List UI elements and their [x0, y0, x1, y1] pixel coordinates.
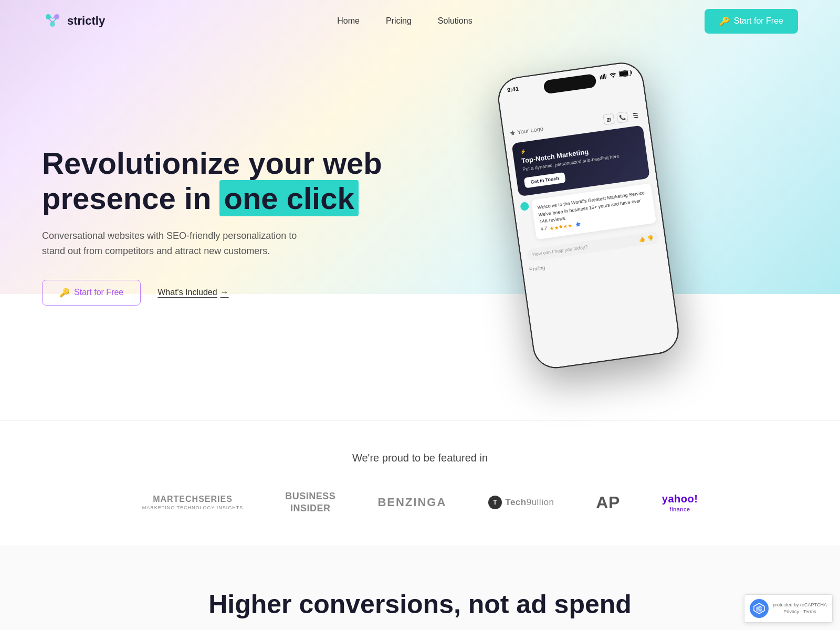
logo-techbullion: T Tech9ullion [488, 496, 554, 509]
phone-card-cta: Get in Touch [524, 172, 566, 188]
phone-logo: Your Logo [510, 125, 544, 136]
logos-row: MARTECHSERIES Marketing Technology Insig… [42, 490, 798, 515]
logo-yahoo-finance: yahoo! finance [662, 493, 698, 512]
hero-title: Revolutionize your web presence in one c… [42, 146, 383, 216]
techbullion-icon: T [488, 496, 502, 509]
svg-rect-3 [600, 76, 601, 79]
hero-section: Revolutionize your web presence in one c… [0, 42, 840, 420]
hero-whats-included-button[interactable]: What's Included → [158, 288, 228, 297]
conversions-title: Higher conversions, not ad spend [42, 589, 798, 620]
recaptcha-text: protected by reCAPTCHA Privacy - Terms [773, 602, 827, 615]
svg-text:rC: rC [756, 606, 762, 612]
phone-time: 9:41 [507, 85, 519, 93]
hero-buttons: 🔑 Start for Free What's Included → [42, 280, 383, 306]
svg-rect-6 [604, 74, 606, 79]
nav-cta-icon: 🔑 [719, 16, 730, 26]
svg-rect-7 [606, 74, 607, 78]
phone-mockup: 9:41 Your Logo [495, 60, 681, 372]
phone-rating-value: 4.7 [540, 225, 548, 233]
logo-icon [42, 10, 63, 32]
hero-subtitle: Conversational websites with SEO-friendl… [42, 228, 315, 259]
logo-link[interactable]: strictly [42, 10, 105, 32]
phone-header-icons: ⊞ 📞 ☰ [603, 110, 642, 125]
nav-pricing[interactable]: Pricing [386, 16, 412, 25]
recaptcha-badge: rC protected by reCAPTCHA Privacy - Term… [744, 594, 833, 623]
logo-business-insider: BUSINESSINSIDER [285, 490, 335, 515]
svg-point-2 [50, 22, 55, 27]
hero-left: Revolutionize your web presence in one c… [42, 146, 383, 306]
logo-martechseries: MARTECHSERIES Marketing Technology Insig… [142, 495, 244, 510]
nav-cta-label: Start for Free [734, 16, 783, 26]
logo-ap: AP [596, 493, 620, 512]
hero-start-label: Start for Free [74, 288, 123, 297]
nav-home[interactable]: Home [337, 16, 360, 25]
svg-point-1 [54, 14, 59, 19]
svg-rect-5 [603, 75, 604, 79]
phone-container: 9:41 Your Logo [517, 84, 664, 378]
hero-title-highlight: one click [219, 180, 358, 216]
logo-text: strictly [67, 14, 105, 28]
logo-benzinga: BENZINGA [377, 496, 446, 509]
nav-solutions[interactable]: Solutions [438, 16, 472, 25]
svg-point-8 [612, 76, 614, 77]
phone-content: Your Logo ⊞ 📞 ☰ ⚡ Top-Notch Marketing [502, 102, 668, 279]
nav-links: Home Pricing Solutions [337, 16, 472, 26]
svg-rect-4 [601, 75, 603, 79]
conversions-section: Higher conversions, not ad spend Best-in… [0, 547, 840, 630]
phone-status-icons [600, 69, 633, 80]
phone-chat-placeholder: How can I help you today? [532, 244, 587, 257]
recaptcha-logo-icon: rC [750, 599, 769, 618]
hero-whats-arrow: → [220, 288, 229, 297]
hero-whats-label: What's Included [158, 288, 217, 297]
hero-right: 9:41 Your Logo [383, 74, 798, 378]
svg-rect-10 [620, 71, 628, 77]
navigation: strictly Home Pricing Solutions 🔑 Start … [0, 0, 840, 42]
phone-screen: 9:41 Your Logo [496, 61, 680, 370]
featured-section: We're proud to be featured in MARTECHSER… [0, 421, 840, 547]
nav-cta-button[interactable]: 🔑 Start for Free [705, 9, 798, 34]
svg-point-0 [46, 14, 51, 19]
hero-start-icon: 🔑 [59, 288, 70, 298]
hero-start-button[interactable]: 🔑 Start for Free [42, 280, 141, 306]
featured-title: We're proud to be featured in [42, 452, 798, 464]
phone-chat-avatar [520, 202, 529, 211]
phone-chat-actions: 👍 👎 [638, 235, 653, 243]
